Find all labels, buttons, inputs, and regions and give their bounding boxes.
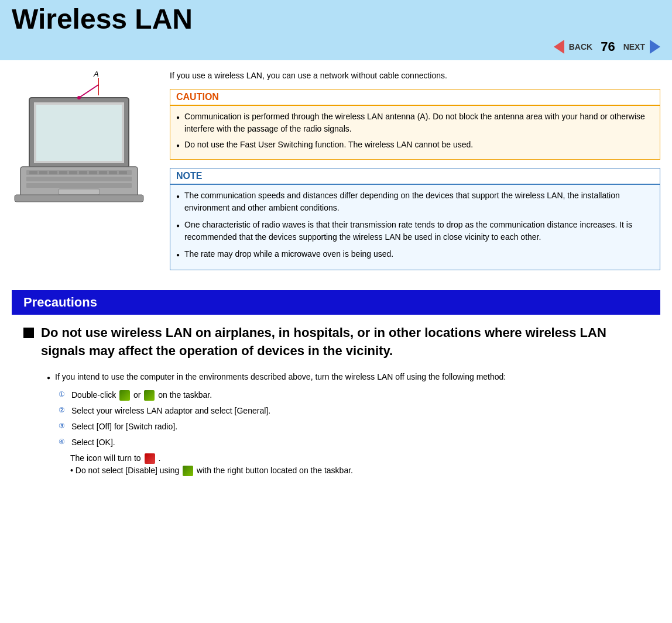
caution-list: Communication is performed through the w… [176, 111, 654, 151]
svg-point-3 [77, 96, 81, 99]
page-header: Wireless LAN [0, 0, 672, 36]
precautions-content: Do not use wireless LAN on airplanes, in… [12, 324, 660, 477]
page-number: 76 [601, 39, 615, 54]
note-item-1: The communication speeds and distances d… [176, 190, 654, 214]
note-header: NOTE [170, 168, 660, 185]
caution-item-1: Communication is performed through the w… [176, 111, 654, 135]
step-1-text: Double-click or on the taskbar. [71, 389, 212, 401]
antenna-line [98, 78, 99, 95]
precaution-sub-text: If you intend to use the computer in the… [55, 371, 506, 383]
back-button[interactable] [554, 40, 564, 54]
steps-list: ① Double-click or on the taskbar. ② Sele… [23, 389, 649, 449]
wifi-icon-red [145, 453, 155, 464]
svg-rect-21 [119, 171, 127, 174]
precaution-main-item: Do not use wireless LAN on airplanes, in… [23, 324, 649, 360]
step-2-text: Select your wireless LAN adaptor and sel… [71, 405, 270, 417]
icon-note-text: The icon will turn to . [70, 453, 160, 463]
svg-rect-15 [59, 171, 67, 174]
back-label: BACK [569, 42, 592, 51]
next-button[interactable] [650, 40, 660, 54]
square-bullet-icon [23, 328, 34, 338]
note-item-2: One characteristic of radio waves is tha… [176, 219, 654, 243]
step-4: ④ Select [OK]. [59, 436, 649, 449]
svg-rect-20 [109, 171, 117, 174]
icon-note: The icon will turn to . Do not select [D… [23, 452, 649, 477]
wifi-icon-green2 [144, 390, 155, 401]
svg-rect-9 [59, 189, 100, 195]
step-3-text: Select [Off] for [Switch radio]. [71, 421, 177, 433]
precaution-sub-item: If you intend to use the computer in the… [23, 371, 649, 383]
step-2: ② Select your wireless LAN adaptor and s… [59, 405, 649, 417]
step-num-3: ③ [59, 421, 68, 433]
step-1: ① Double-click or on the taskbar. [59, 389, 649, 401]
main-content: A [0, 60, 672, 488]
antenna-label: A [94, 70, 99, 78]
wifi-icon-inline [183, 466, 193, 476]
intro-text: If you use a wireless LAN, you can use a… [170, 70, 660, 82]
next-arrow-icon [650, 40, 660, 54]
next-label: NEXT [623, 42, 645, 51]
nav-bar: BACK 76 NEXT [0, 36, 672, 60]
svg-rect-16 [69, 171, 77, 174]
caution-body: Communication is performed through the w… [170, 106, 660, 159]
note-list: The communication speeds and distances d… [176, 190, 654, 260]
svg-rect-11 [36, 105, 122, 161]
step-num-4: ④ [59, 436, 68, 449]
step-3: ③ Select [Off] for [Switch radio]. [59, 421, 649, 433]
laptop-image [12, 80, 158, 205]
page-title: Wireless LAN [12, 5, 193, 36]
svg-rect-13 [39, 171, 47, 174]
svg-rect-8 [26, 183, 132, 188]
precaution-main-text: Do not use wireless LAN on airplanes, in… [41, 324, 649, 360]
laptop-illustration: A [12, 70, 158, 278]
svg-rect-7 [26, 177, 132, 181]
precautions-section-header: Precautions [12, 290, 660, 315]
svg-line-2 [79, 85, 98, 98]
top-section: A [12, 70, 660, 278]
note-body: The communication speeds and distances d… [170, 185, 660, 270]
wifi-icon-green [119, 390, 130, 401]
svg-rect-19 [99, 171, 107, 174]
back-arrow-icon [554, 40, 564, 54]
caution-box: CAUTION Communication is performed throu… [170, 89, 660, 160]
step-num-1: ① [59, 389, 68, 401]
caution-header: CAUTION [170, 90, 660, 106]
svg-rect-10 [15, 195, 143, 202]
right-content: If you use a wireless LAN, you can use a… [170, 70, 660, 278]
step-4-text: Select [OK]. [71, 436, 115, 449]
caution-item-2: Do not use the Fast User Switching funct… [176, 139, 654, 151]
svg-rect-14 [49, 171, 57, 174]
step-num-2: ② [59, 405, 68, 417]
note-item-3: The rate may drop while a microwave oven… [176, 248, 654, 260]
svg-rect-18 [89, 171, 97, 174]
sub-note-item-1: Do not select [Disable] using with the r… [70, 464, 649, 477]
note-box: NOTE The communication speeds and distan… [170, 168, 660, 270]
svg-rect-12 [29, 171, 37, 174]
svg-rect-17 [79, 171, 87, 174]
